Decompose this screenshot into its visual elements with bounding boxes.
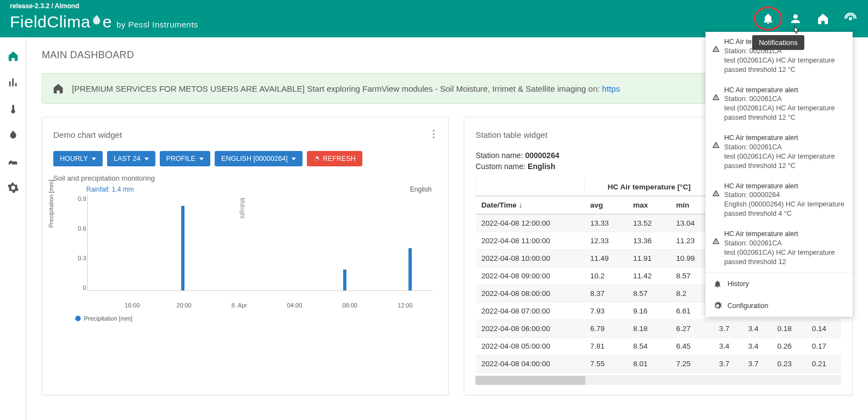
notifications-tooltip: Notifications <box>752 35 804 50</box>
refresh-button[interactable]: REFRESH <box>307 151 362 166</box>
warning-icon <box>712 141 720 149</box>
midnight-marker: Midnight <box>239 198 245 219</box>
svg-point-0 <box>849 17 852 20</box>
y-axis-label: Precipitation [mm] <box>48 180 54 228</box>
notification-item[interactable]: HC Air temperature alertStation: 002061C… <box>705 224 853 272</box>
bar-chart-icon <box>7 76 19 88</box>
sidebar-irrigation[interactable] <box>0 148 26 175</box>
notification-item[interactable]: HC Air temperature alertStation: 0000026… <box>705 176 853 225</box>
kebab-icon <box>433 130 435 138</box>
notifications-history-link[interactable]: History <box>705 273 853 295</box>
column-header[interactable]: max <box>628 196 670 214</box>
chart-bar[interactable] <box>343 270 346 290</box>
notifications-footer: History Configuration <box>705 272 853 317</box>
sidebar-moisture[interactable] <box>0 122 26 148</box>
release-tag: release-2.3.2 / Almond <box>10 2 79 10</box>
table-widget-title: Station table widget <box>475 130 547 139</box>
gear-icon <box>713 301 722 310</box>
station-house-icon[interactable] <box>815 11 831 26</box>
banner-link[interactable]: https <box>602 84 620 93</box>
plot-area[interactable]: Midnight <box>87 195 433 291</box>
table-row[interactable]: 2022-04-08 05:00:007.818.546.453.43.40.2… <box>476 338 841 355</box>
chart-widget-menu[interactable] <box>430 127 437 142</box>
legend-dot-icon <box>75 316 81 321</box>
chart-legend: Precipitation [mm] <box>75 315 437 322</box>
chart-bar[interactable] <box>181 206 184 290</box>
station-dropdown[interactable]: ENGLISH [00000264] <box>215 151 303 166</box>
table-row[interactable]: 2022-04-08 06:00:006.798.186.273.73.40.1… <box>476 320 841 338</box>
chart-area: Rainfall: 1.4 mm English Precipitation [… <box>53 186 437 312</box>
chart-widget-title: Demo chart widget <box>53 130 122 139</box>
notifications-config-link[interactable]: Configuration <box>705 295 853 317</box>
notification-item[interactable]: HC Air temperature alertStation: 002061C… <box>705 128 853 176</box>
leaf-icon <box>89 13 104 31</box>
chart-station-label: English <box>410 186 432 193</box>
svg-point-2 <box>433 133 435 135</box>
bell-icon <box>713 279 722 288</box>
chart-caption: Soil and precipitation monitoring <box>53 174 437 182</box>
caret-down-icon <box>92 158 96 160</box>
svg-point-1 <box>433 130 435 131</box>
home-icon <box>7 50 19 62</box>
last24-dropdown[interactable]: LAST 24 <box>107 151 155 166</box>
user-icon[interactable] <box>788 11 803 26</box>
caret-down-icon <box>199 158 204 160</box>
hourly-dropdown[interactable]: HOURLY <box>53 151 103 166</box>
refresh-icon <box>313 155 321 163</box>
thermometer-icon <box>7 103 19 115</box>
caret-down-icon <box>144 158 149 160</box>
brand-logo[interactable]: FieldClimae by Pessl Instruments <box>10 13 198 31</box>
banner-text: [PREMIUM SERVICES FOR METOS USERS ARE AV… <box>72 84 602 93</box>
house-icon <box>52 82 64 94</box>
rainfall-summary: Rainfall: 1.4 mm <box>86 186 134 193</box>
watering-can-icon <box>7 155 19 167</box>
sidebar-charts[interactable] <box>0 69 26 96</box>
caret-down-icon <box>292 158 296 160</box>
chart-bar[interactable] <box>408 248 412 290</box>
sidebar-temperature[interactable] <box>0 96 26 122</box>
warning-icon <box>712 189 720 197</box>
brand-subtitle: by Pessl Instruments <box>116 20 198 29</box>
sidebar <box>0 37 26 420</box>
group-header-temp[interactable]: HC Air temperature [°C] <box>585 178 714 196</box>
broadcast-icon[interactable] <box>843 11 858 26</box>
notification-item[interactable]: HC Air temperature alertStation: 002061C… <box>705 80 853 128</box>
chart-toolbar: HOURLY LAST 24 PROFILE ENGLISH [00000264… <box>53 151 437 166</box>
sidebar-settings[interactable] <box>0 175 26 201</box>
y-axis-ticks: 0.90.60.30 <box>71 195 86 291</box>
column-header[interactable]: Date/Time ↓ <box>476 196 585 214</box>
warning-icon <box>712 45 720 53</box>
horizontal-scrollbar[interactable] <box>475 376 841 385</box>
svg-point-3 <box>433 136 435 138</box>
column-header[interactable]: avg <box>585 196 628 214</box>
profile-dropdown[interactable]: PROFILE <box>160 151 211 166</box>
header-actions <box>760 11 858 26</box>
notifications-panel: HC Air temperature a…Station: 002061CAte… <box>705 32 853 317</box>
table-row[interactable]: 2022-04-08 04:00:007.558.017.253.73.70.2… <box>476 355 841 373</box>
gear-icon <box>7 182 19 194</box>
warning-icon <box>712 237 720 245</box>
chart-widget: Demo chart widget HOURLY LAST 24 PROFILE… <box>42 117 449 395</box>
water-drop-icon <box>7 129 19 141</box>
warning-icon <box>712 93 720 101</box>
sidebar-home[interactable] <box>0 43 26 69</box>
notifications-bell-icon[interactable] <box>760 11 776 26</box>
